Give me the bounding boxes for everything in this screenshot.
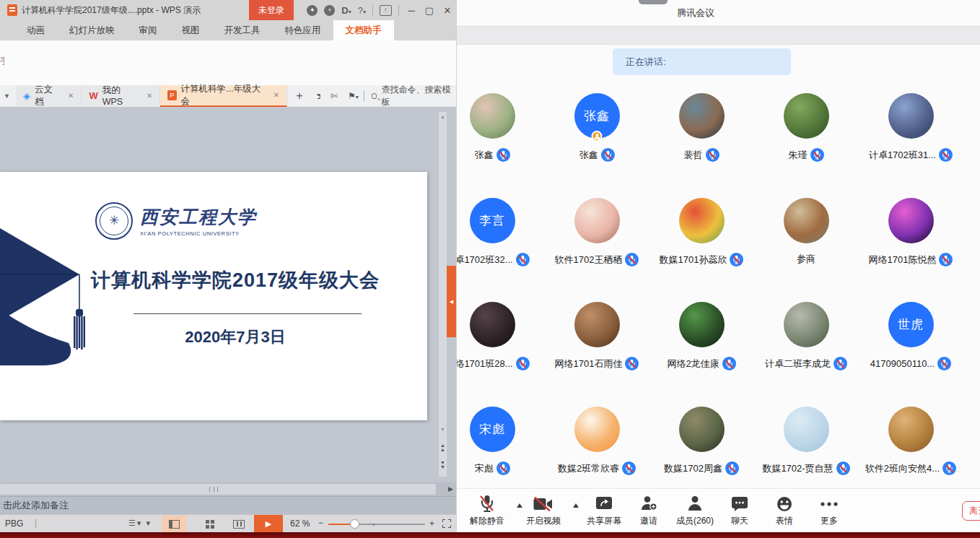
notes-toggle-icon[interactable]: ☰▾ ▾ <box>128 519 152 528</box>
new-tab-button[interactable]: + <box>296 90 302 103</box>
scroll-down-icon[interactable]: ▼ <box>439 427 447 432</box>
graduation-cap-graphic <box>0 228 87 367</box>
menu-tab-0[interactable]: 动画 <box>14 20 57 40</box>
close-tab-icon[interactable]: ✕ <box>146 92 152 100</box>
login-button[interactable]: 未登录 <box>249 0 294 20</box>
document-tab-label: 我的WPS <box>102 84 138 107</box>
participant-tile[interactable]: 软件1702王栖栖 <box>545 198 649 266</box>
participant-tile[interactable]: 网络2龙佳康 <box>649 302 753 370</box>
participant-tile[interactable]: 朱瑾 <box>754 93 858 162</box>
menu-tab-5[interactable]: 特色应用 <box>273 20 333 40</box>
wps-titlebar[interactable]: 计算机科学学院2017级年级....pptx - WPS 演示 未登录 ✦ + … <box>0 0 456 20</box>
tab-list-dropdown-icon[interactable]: ▼ <box>4 92 10 100</box>
participant-tile[interactable]: 裴哲 <box>649 93 753 162</box>
divider: | <box>35 518 37 528</box>
participant-name: 软件1702王栖栖 <box>555 253 623 266</box>
participant-tile[interactable]: 数媒1701孙蕊欣 <box>649 198 753 266</box>
document-tab-0[interactable]: ◈云文档✕ <box>16 85 82 107</box>
play-from-current-icon[interactable]: ▶ <box>317 90 320 101</box>
participant-tile[interactable]: 数媒2班常欣睿 <box>545 407 649 475</box>
skin-icon[interactable]: ✦ <box>307 5 318 16</box>
participant-tile[interactable]: 宋彪 宋彪 <box>456 407 544 475</box>
document-tab-2[interactable]: P计算机科学...年级大会✕ <box>160 85 287 107</box>
scrollbar-grip[interactable] <box>209 487 218 492</box>
participant-name: 数媒1702-贾自慧 <box>762 462 833 475</box>
sync-icon[interactable]: + <box>324 5 335 16</box>
participant-tile[interactable]: 李言 卓1702班32... <box>456 198 544 266</box>
minimize-button[interactable]: ─ <box>406 5 417 16</box>
host-badge-icon <box>592 131 603 142</box>
toolbar-button-member[interactable]: 成员(260) <box>671 494 719 527</box>
zoom-out-button[interactable]: − <box>318 518 323 528</box>
toolbar-button-share[interactable]: 共享屏幕 <box>580 494 628 527</box>
slideshow-play-button[interactable]: ▶ <box>254 515 283 532</box>
fullscreen-icon[interactable] <box>442 519 451 528</box>
previous-slide-icon[interactable]: ▲▲ <box>439 443 447 452</box>
toolbar-button-invite[interactable]: 邀请 <box>625 494 673 527</box>
help-icon[interactable]: ?▾ <box>358 5 366 16</box>
close-tab-icon[interactable]: ✕ <box>274 91 279 99</box>
close-button[interactable]: ✕ <box>442 5 453 16</box>
menu-tab-3[interactable]: 视图 <box>170 20 212 40</box>
participant-name: 络1701班28... <box>456 357 513 370</box>
participant-avatar: 张鑫 <box>574 93 620 139</box>
participant-name: 计卓二班李成龙 <box>765 357 831 370</box>
participant-name: 网络1701陈悦然 <box>869 253 937 266</box>
docer-store-icon[interactable]: D▾ <box>341 5 351 16</box>
normal-view-button[interactable] <box>162 516 186 532</box>
toolbar-button-mic-off[interactable]: 解除静音 <box>463 494 511 527</box>
participant-tile[interactable]: 张鑫 <box>456 93 544 162</box>
reading-view-button[interactable] <box>227 516 251 532</box>
zoom-in-button[interactable]: + <box>429 519 434 529</box>
leave-meeting-button[interactable]: 离开会议 <box>962 501 980 521</box>
scroll-right-icon[interactable]: ▶ <box>448 485 453 493</box>
slide-canvas[interactable]: ✳ 西安工程大学 XI'AN POLYTECHNIC UNIVERSITY 计算… <box>0 172 427 420</box>
vertical-scrollbar[interactable]: ▲ ▼ ▲▲ ▼▼ <box>439 112 447 477</box>
participant-tile[interactable]: 计卓二班李成龙 <box>754 302 858 370</box>
participant-tile[interactable]: 网络1701石雨佳 <box>545 302 649 370</box>
participant-tile[interactable]: 络1701班28... <box>456 302 544 370</box>
status-bar: PBG | ☰▾ ▾ ▶ 62 % − + + <box>0 514 456 532</box>
slide-sorter-view-button[interactable] <box>198 516 222 532</box>
maximize-button[interactable]: ▢ <box>424 5 435 16</box>
muted-mic-icon <box>810 148 824 162</box>
document-tab-1[interactable]: W我的WPS✕ <box>82 85 160 107</box>
caret-up-icon[interactable] <box>573 503 579 508</box>
participant-tile[interactable]: 世虎 41709050110... <box>859 302 963 370</box>
pin-window-icon[interactable]: ↑ <box>380 5 392 16</box>
participant-tile[interactable]: 参商 <box>754 198 858 266</box>
menu-tab-2[interactable]: 审阅 <box>127 20 170 40</box>
task-pane-handle[interactable]: ◀ <box>447 266 456 337</box>
toolbar-button-emoji[interactable]: 表情 <box>761 494 808 527</box>
menu-tab-4[interactable]: 开发工具 <box>212 20 273 40</box>
participant-tile[interactable]: 数媒1702周鑫 <box>649 407 753 475</box>
notes-bar[interactable]: 击此处添加备注 <box>0 496 456 514</box>
scroll-up-icon[interactable]: ▲ <box>439 114 447 119</box>
meeting-toolbar-strip <box>457 26 980 45</box>
menu-tab-1[interactable]: 幻灯片放映 <box>57 20 127 40</box>
toolbar-button-more[interactable]: 更多 <box>805 494 853 527</box>
zoom-slider-handle[interactable] <box>350 519 359 529</box>
tools-icon[interactable]: ✄ <box>331 91 338 101</box>
window-drag-notch[interactable] <box>639 0 668 4</box>
university-logo: ✳ 西安工程大学 XI'AN POLYTECHNIC UNIVERSITY <box>95 202 257 240</box>
participant-tile[interactable]: 计卓1702班31... <box>859 93 963 162</box>
flag-dropdown-icon[interactable]: ⚑▾ <box>348 91 359 101</box>
toolbar-button-chat[interactable]: 聊天 <box>716 494 764 527</box>
toolbar-button-cam-off[interactable]: 开启视频 <box>520 494 567 527</box>
participant-tile[interactable]: 网络1701陈悦然 <box>859 198 963 266</box>
command-search-box[interactable]: 查找命令、搜索模板 <box>372 84 456 108</box>
search-icon <box>372 93 377 99</box>
participant-avatar <box>784 93 829 139</box>
participant-tile[interactable]: 数媒1702-贾自慧 <box>754 407 858 475</box>
participant-avatar <box>574 302 620 347</box>
next-slide-icon[interactable]: ▼▼ <box>439 461 447 469</box>
close-tab-icon[interactable]: ✕ <box>68 92 74 100</box>
menu-tab-6[interactable]: 文档助手 <box>333 20 394 40</box>
avatar-initials: 宋彪 <box>479 421 505 438</box>
horizontal-scrollbar[interactable]: ▶ <box>0 482 456 496</box>
participant-tile[interactable]: 张鑫 张鑫 <box>545 93 649 162</box>
participant-avatar <box>679 93 725 139</box>
participant-tile[interactable]: 软件2班向安然4... <box>859 407 963 475</box>
zoom-slider[interactable]: + <box>328 524 425 525</box>
